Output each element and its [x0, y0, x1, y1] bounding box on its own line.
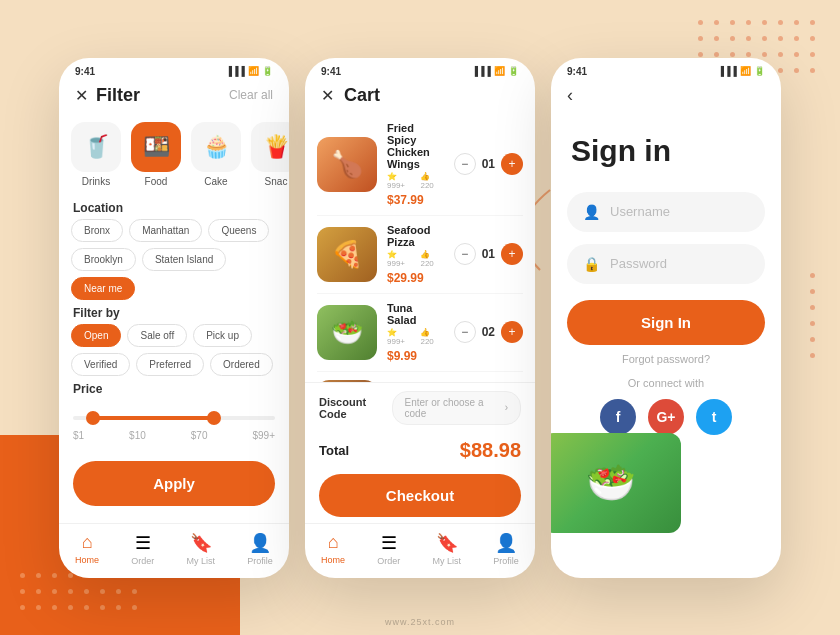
ftag-open[interactable]: Open — [71, 324, 121, 347]
ftag-verified[interactable]: Verified — [71, 353, 130, 376]
ftag-sale[interactable]: Sale off — [127, 324, 187, 347]
item-qty-1: − 01 + — [454, 153, 523, 175]
back-arrow-icon[interactable]: ‹ — [567, 85, 573, 105]
status-icons-2: ▐▐▐ 📶 🔋 — [472, 66, 519, 76]
item-meta-1: ⭐ 999+ 👍 220 — [387, 172, 444, 190]
price-min-abs: $1 — [73, 430, 84, 441]
item-likes-1: 👍 220 — [420, 172, 443, 190]
filter-by-label: Filter by — [59, 300, 289, 324]
cart-header: ✕ Cart — [305, 81, 535, 114]
or-connect-label: Or connect with — [551, 373, 781, 393]
item-reviews-1: ⭐ 999+ — [387, 172, 414, 190]
qty-plus-1[interactable]: + — [501, 153, 523, 175]
tag-staten-island[interactable]: Staten Island — [142, 248, 226, 271]
tag-manhattan[interactable]: Manhattan — [129, 219, 202, 242]
item-likes-3: 👍 220 — [420, 328, 443, 346]
cat-snack[interactable]: 🍟 Snac — [251, 122, 289, 187]
status-bar-2: 9:41 ▐▐▐ 📶 🔋 — [305, 58, 535, 81]
home-nav-icon-2: ⌂ — [328, 532, 339, 553]
close-icon[interactable]: ✕ — [75, 86, 88, 105]
cart-item-img-3: 🥗 — [317, 305, 377, 360]
nav-profile-1[interactable]: 👤 Profile — [247, 532, 273, 566]
filter-title: Filter — [96, 85, 140, 106]
cart-item-1: 🍗 Fried Spicy Chicken Wings ⭐ 999+ 👍 220… — [317, 114, 523, 216]
status-time-3: 9:41 — [567, 66, 587, 77]
price-min-val: $10 — [129, 430, 146, 441]
cart-close-icon[interactable]: ✕ — [321, 86, 334, 105]
item-price-2: $29.99 — [387, 271, 444, 285]
discount-section: Discount Code Enter or choose a code › — [305, 382, 535, 433]
order-nav-label-2: Order — [377, 556, 400, 566]
price-thumb-right[interactable] — [207, 411, 221, 425]
status-bar-1: 9:41 ▐▐▐ 📶 🔋 — [59, 58, 289, 81]
cat-drinks[interactable]: 🥤 Drinks — [71, 122, 121, 187]
clear-all-button[interactable]: Clear all — [229, 88, 273, 102]
tag-near-me[interactable]: Near me — [71, 277, 135, 300]
cart-item-info-3: Tuna Salad ⭐ 999+ 👍 220 $9.99 — [387, 302, 444, 363]
price-slider-track[interactable] — [73, 416, 275, 420]
nav-mylist-1[interactable]: 🔖 My List — [187, 532, 216, 566]
signal-icon-2: ▐▐▐ — [472, 66, 491, 76]
qty-minus-3[interactable]: − — [454, 321, 476, 343]
nav-order-2[interactable]: ☰ Order — [377, 532, 400, 566]
mylist-nav-icon-2: 🔖 — [436, 532, 458, 554]
username-icon: 👤 — [583, 204, 600, 220]
forgot-password-link[interactable]: Forgot password? — [551, 345, 781, 373]
signin-form: 👤 Username 🔒 Password — [551, 192, 781, 284]
location-label: Location — [59, 195, 289, 219]
item-name-1: Fried Spicy Chicken Wings — [387, 122, 444, 170]
cat-cake[interactable]: 🧁 Cake — [191, 122, 241, 187]
price-thumb-left[interactable] — [86, 411, 100, 425]
twitter-icon: t — [712, 409, 717, 425]
ftag-preferred[interactable]: Preferred — [136, 353, 204, 376]
username-field[interactable]: 👤 Username — [567, 192, 765, 232]
item-meta-2: ⭐ 999+ 👍 220 — [387, 250, 444, 268]
wifi-icon-3: 📶 — [740, 66, 751, 76]
price-slider-fill — [93, 416, 214, 420]
food-icon: 🍱 — [131, 122, 181, 172]
item-qty-3: − 02 + — [454, 321, 523, 343]
cat-food[interactable]: 🍱 Food — [131, 122, 181, 187]
nav-mylist-2[interactable]: 🔖 My List — [433, 532, 462, 566]
cart-item-3: 🥗 Tuna Salad ⭐ 999+ 👍 220 $9.99 − 02 + — [317, 294, 523, 372]
password-placeholder: Password — [610, 256, 667, 271]
facebook-signin-button[interactable]: f — [600, 399, 636, 435]
watermark: www.25xt.com — [385, 617, 455, 627]
drinks-icon: 🥤 — [71, 122, 121, 172]
status-time-2: 9:41 — [321, 66, 341, 77]
password-field[interactable]: 🔒 Password — [567, 244, 765, 284]
dots-right — [810, 273, 820, 363]
checkout-button[interactable]: Checkout — [319, 474, 521, 517]
nav-profile-2[interactable]: 👤 Profile — [493, 532, 519, 566]
nav-order-1[interactable]: ☰ Order — [131, 532, 154, 566]
profile-nav-label-2: Profile — [493, 556, 519, 566]
profile-nav-icon: 👤 — [249, 532, 271, 554]
qty-plus-3[interactable]: + — [501, 321, 523, 343]
tag-bronx[interactable]: Bronx — [71, 219, 123, 242]
drinks-label: Drinks — [82, 176, 110, 187]
signin-button[interactable]: Sign In — [567, 300, 765, 345]
nav-home-1[interactable]: ⌂ Home — [75, 532, 99, 565]
signal-icon-3: ▐▐▐ — [718, 66, 737, 76]
tag-queens[interactable]: Queens — [208, 219, 269, 242]
qty-plus-2[interactable]: + — [501, 243, 523, 265]
ftag-ordered[interactable]: Ordered — [210, 353, 273, 376]
qty-minus-1[interactable]: − — [454, 153, 476, 175]
qty-num-1: 01 — [482, 157, 495, 171]
chicken-img: 🍗 — [317, 137, 377, 192]
discount-input[interactable]: Enter or choose a code › — [392, 391, 521, 425]
snack-icon: 🍟 — [251, 122, 289, 172]
qty-minus-2[interactable]: − — [454, 243, 476, 265]
apply-button[interactable]: Apply — [73, 461, 275, 506]
ftag-pickup[interactable]: Pick up — [193, 324, 252, 347]
tag-brooklyn[interactable]: Brooklyn — [71, 248, 136, 271]
google-signin-button[interactable]: G+ — [648, 399, 684, 435]
nav-home-2[interactable]: ⌂ Home — [321, 532, 345, 565]
item-name-2: Seafood Pizza — [387, 224, 444, 248]
home-nav-label: Home — [75, 555, 99, 565]
item-meta-3: ⭐ 999+ 👍 220 — [387, 328, 444, 346]
bottom-nav-2: ⌂ Home ☰ Order 🔖 My List 👤 Profile — [305, 523, 535, 578]
qty-num-3: 02 — [482, 325, 495, 339]
twitter-signin-button[interactable]: t — [696, 399, 732, 435]
item-name-3: Tuna Salad — [387, 302, 444, 326]
